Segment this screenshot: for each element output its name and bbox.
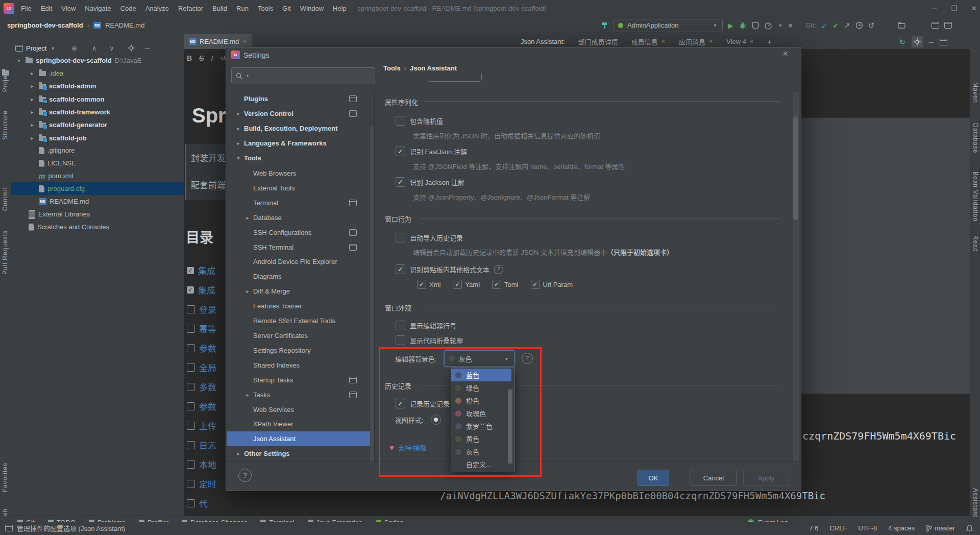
close-tab-icon[interactable]: ✕ bbox=[661, 38, 666, 45]
search-history-chevron-icon[interactable]: ▾ bbox=[244, 74, 251, 78]
checkbox-include-random[interactable] bbox=[396, 116, 405, 126]
toc-item[interactable]: 日志 bbox=[187, 439, 216, 451]
git-branch-name[interactable]: master bbox=[935, 524, 955, 532]
settings-tree-item-database[interactable]: ▸Database bbox=[227, 210, 370, 225]
settings-tree-item-web-browsers[interactable]: Web Browsers bbox=[227, 166, 370, 181]
checkbox-fastjson[interactable]: ✓ bbox=[396, 147, 405, 156]
clipboard-help-icon[interactable]: ? bbox=[494, 265, 503, 274]
close-tab-icon[interactable]: ✕ bbox=[708, 38, 713, 45]
toc-link[interactable]: 定时 bbox=[199, 477, 216, 490]
settings-tree-item-languages-frameworks[interactable]: ▸Languages & Frameworks bbox=[227, 136, 370, 151]
close-tab-icon[interactable]: ✕ bbox=[242, 38, 247, 45]
restore-layout-icon[interactable] bbox=[944, 22, 952, 29]
tree-toggle-icon[interactable]: ▾ bbox=[235, 155, 242, 161]
float-mode-icon[interactable] bbox=[940, 39, 947, 45]
settings-tree-item-settings-repository[interactable]: Settings Repository bbox=[227, 343, 370, 358]
checkbox-clipboard-formats[interactable]: ✓ bbox=[396, 264, 405, 274]
expand-all-icon[interactable]: ∧ bbox=[92, 44, 97, 52]
italic-format-icon[interactable]: I bbox=[211, 54, 213, 62]
dropdown-option-4[interactable]: 玫瑰色 bbox=[451, 407, 518, 420]
panel-settings-gear-icon[interactable] bbox=[128, 44, 135, 52]
tree-toggle-icon[interactable]: ▸ bbox=[235, 140, 242, 146]
toc-link[interactable]: 代 bbox=[199, 497, 208, 509]
toc-link[interactable]: 日志 bbox=[199, 439, 216, 451]
settings-tree-item-terminal[interactable]: Terminal bbox=[227, 196, 370, 210]
project-tree-row[interactable]: proguard.cfg bbox=[11, 182, 184, 195]
tool-window-tab[interactable]: 部门成员详情 bbox=[578, 37, 618, 46]
settings-tree-item-plugins[interactable]: Plugins bbox=[227, 91, 370, 106]
collapse-all-icon[interactable]: ∨ bbox=[109, 44, 114, 52]
menu-analyze[interactable]: Analyze bbox=[141, 0, 174, 17]
checkbox-xml[interactable]: ✓ bbox=[417, 280, 426, 289]
chevron-down-icon[interactable]: ▾ bbox=[777, 22, 783, 28]
settings-tree-item-web-services[interactable]: Web Services bbox=[227, 402, 370, 417]
tree-toggle-icon[interactable]: ▸ bbox=[29, 83, 36, 89]
toc-link[interactable]: 登录 bbox=[199, 303, 216, 315]
menu-navigate[interactable]: Navigate bbox=[80, 0, 115, 17]
settings-tree-item-diff-merge[interactable]: ▸Diff & Merge bbox=[227, 284, 370, 299]
tree-toggle-icon[interactable]: ▸ bbox=[29, 96, 36, 102]
settings-content-scrollbar-thumb[interactable] bbox=[793, 116, 798, 220]
project-tree-row[interactable]: ▸scaffold-job bbox=[11, 132, 184, 144]
menu-edit[interactable]: Edit bbox=[36, 0, 57, 17]
project-tree-row[interactable]: External Libraries bbox=[11, 208, 184, 221]
settings-tree-item-json-assistant[interactable]: Json Assistant bbox=[227, 431, 370, 446]
settings-tree-item-tasks[interactable]: ▸Tasks bbox=[227, 387, 370, 402]
add-tab-icon[interactable]: + bbox=[767, 37, 772, 46]
settings-tree-item-other-settings[interactable]: ▸Other Settings bbox=[227, 446, 370, 461]
project-tree-row[interactable]: ▾springboot-dev-scaffoldD:\JavaE bbox=[11, 54, 184, 67]
stripe-item-read[interactable]: Read bbox=[972, 235, 979, 252]
settings-tree-item-build-execution-deployment[interactable]: ▸Build, Execution, Deployment bbox=[227, 121, 370, 136]
hide-panel-icon[interactable]: ─ bbox=[145, 44, 150, 52]
checkbox-show-line-numbers[interactable] bbox=[396, 321, 405, 330]
coverage-shield-icon[interactable] bbox=[752, 21, 759, 30]
tree-toggle-icon[interactable]: ▸ bbox=[29, 135, 36, 141]
git-update-icon[interactable]: ↙ bbox=[821, 21, 828, 30]
project-tree-row[interactable]: LICENSE bbox=[11, 157, 184, 169]
stripe-item-commit[interactable]: Commit bbox=[2, 187, 9, 211]
project-tree-row[interactable]: ▸scaffold-framework bbox=[11, 106, 184, 118]
history-clock-icon[interactable] bbox=[855, 21, 863, 29]
toc-item[interactable]: 定时 bbox=[187, 477, 216, 490]
layout-windows-icon[interactable] bbox=[932, 22, 939, 29]
dropdown-option-1[interactable]: 蓝色 bbox=[451, 369, 511, 381]
settings-tree-item-remote-ssh-external-tools[interactable]: Remote SSH External Tools bbox=[227, 313, 370, 328]
dropdown-option-8[interactable]: 自定义... bbox=[451, 458, 518, 471]
rollback-icon[interactable]: ↺ bbox=[868, 21, 875, 30]
breadcrumb-file[interactable]: README.md bbox=[105, 21, 144, 29]
tree-toggle-icon[interactable]: ▸ bbox=[244, 392, 251, 398]
menu-build[interactable]: Build bbox=[208, 0, 232, 17]
menu-file[interactable]: File bbox=[16, 0, 36, 17]
settings-tree-item-diagrams[interactable]: Diagrams bbox=[227, 269, 370, 284]
close-window-icon[interactable]: ✕ bbox=[971, 5, 977, 12]
toc-item[interactable]: 代 bbox=[187, 497, 208, 509]
dialog-close-icon[interactable]: ✕ bbox=[782, 50, 789, 58]
tool-window-tab[interactable]: 应用消息 ✕ bbox=[679, 37, 713, 46]
debug-bug-icon[interactable] bbox=[739, 21, 747, 30]
menu-refactor[interactable]: Refactor bbox=[174, 0, 208, 17]
cancel-button[interactable]: Cancel bbox=[691, 470, 737, 486]
stripe-item-project[interactable]: Project bbox=[2, 69, 9, 92]
tree-toggle-icon[interactable]: ▸ bbox=[244, 288, 251, 294]
tool-window-tab[interactable]: View 4 ✕ bbox=[726, 38, 754, 45]
dropdown-option-3[interactable]: 橙色 bbox=[451, 394, 518, 407]
tree-toggle-icon[interactable]: ▸ bbox=[235, 126, 242, 131]
settings-tree-item-external-tools[interactable]: External Tools bbox=[227, 181, 370, 196]
editor-bg-help-icon[interactable]: ? bbox=[522, 353, 533, 364]
caret-position[interactable]: 7:6 bbox=[809, 524, 818, 532]
toc-item[interactable]: 上传 bbox=[187, 419, 216, 432]
status-window-icon[interactable] bbox=[5, 525, 13, 531]
tree-toggle-icon[interactable]: ▸ bbox=[29, 122, 36, 128]
settings-tree-item-ssh-terminal[interactable]: SSH Terminal bbox=[227, 240, 370, 255]
stripe-item-maven[interactable]: Maven bbox=[972, 82, 979, 103]
minimize-icon[interactable]: ─ bbox=[932, 5, 937, 12]
menu-view[interactable]: View bbox=[57, 0, 80, 17]
checkbox-auto-import-history[interactable] bbox=[396, 233, 405, 242]
stripe-item-pull-requests[interactable]: Pull Requests bbox=[2, 230, 9, 275]
tool-window-gear-icon[interactable] bbox=[912, 36, 923, 47]
menu-help[interactable]: Help bbox=[328, 0, 351, 17]
project-tree-row[interactable]: .gitignore bbox=[11, 144, 184, 157]
maximize-icon[interactable]: ❐ bbox=[951, 5, 957, 12]
toc-item[interactable]: 本地 bbox=[187, 458, 216, 471]
run-icon[interactable]: ▶ bbox=[728, 21, 733, 30]
